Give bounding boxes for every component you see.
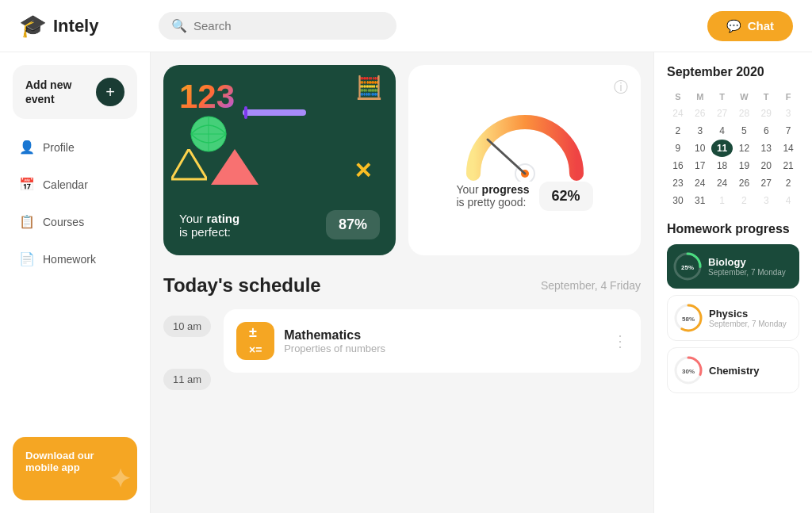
card-numbers-deco: 123 xyxy=(179,78,235,116)
cal-cell[interactable]: 3 xyxy=(755,192,777,209)
cal-cell-today[interactable]: 11 xyxy=(711,140,733,157)
cal-cell[interactable]: 27 xyxy=(755,174,777,192)
sidebar-item-courses-label: Courses xyxy=(43,216,84,228)
cal-day-w: W xyxy=(733,89,755,105)
cal-cell[interactable]: 18 xyxy=(711,157,733,174)
cal-cell[interactable]: 26 xyxy=(689,105,711,122)
add-event-button[interactable]: + xyxy=(96,78,124,106)
triangle2-deco xyxy=(171,149,207,184)
cal-cell[interactable]: 28 xyxy=(733,105,755,122)
cal-cell[interactable]: 12 xyxy=(733,140,755,157)
ruler-deco xyxy=(243,105,306,124)
rating-card: 123 🧮 xyxy=(163,65,396,255)
cal-week-4: 16 17 18 19 20 21 xyxy=(667,157,799,174)
math-event-icon: ±×= xyxy=(236,322,274,360)
plus-deco: ✕ xyxy=(354,158,372,184)
homework-icon: 📄 xyxy=(19,251,35,266)
search-bar[interactable]: 🔍 xyxy=(159,12,396,40)
speedometer-gauge xyxy=(462,110,588,182)
cal-cell[interactable]: 2 xyxy=(777,174,799,192)
cal-cell[interactable]: 27 xyxy=(711,105,733,122)
schedule-header: Today's schedule September, 4 Friday xyxy=(163,274,641,297)
svg-line-10 xyxy=(488,140,525,174)
sidebar-item-homework-label: Homework xyxy=(43,253,96,266)
hw-item-physics[interactable]: 58% Physics September, 7 Monday xyxy=(667,295,799,341)
cal-cell[interactable]: 2 xyxy=(733,192,755,209)
cal-cell[interactable]: 14 xyxy=(777,140,799,157)
cal-week-3: 9 10 11 12 13 14 xyxy=(667,140,799,157)
courses-icon: 📋 xyxy=(19,214,35,229)
svg-text:25%: 25% xyxy=(681,264,694,271)
sidebar-item-calendar[interactable]: 📅 Calendar xyxy=(13,169,137,200)
cal-cell[interactable]: 24 xyxy=(667,105,689,122)
chat-button[interactable]: 💬 Chat xyxy=(707,11,793,41)
download-app-card[interactable]: Download ourmobile app xyxy=(13,437,137,500)
cal-day-t1: T xyxy=(711,89,733,105)
logo-text: Intely xyxy=(53,16,98,36)
info-icon: ⓘ xyxy=(614,78,628,97)
cal-cell[interactable]: 16 xyxy=(667,157,689,174)
header: 🎓 Intely 🔍 💬 Chat xyxy=(0,0,812,52)
time-slot-10am: 10 am xyxy=(163,316,211,337)
cal-cell[interactable]: 6 xyxy=(755,122,777,140)
cal-day-s: S xyxy=(667,89,689,105)
schedule-title: Today's schedule xyxy=(163,274,321,297)
search-input[interactable] xyxy=(193,19,384,33)
event-card-math: ±×= Mathematics Properties of numbers ⋮ xyxy=(224,309,641,373)
profile-icon: 👤 xyxy=(19,140,35,155)
svg-rect-4 xyxy=(243,109,306,116)
cal-cell[interactable]: 13 xyxy=(755,140,777,157)
cal-cell[interactable]: 2 xyxy=(667,122,689,140)
cal-cell[interactable]: 5 xyxy=(733,122,755,140)
progress-text: Your progressis pretty good: xyxy=(456,183,529,209)
rating-badge: 87% xyxy=(326,210,380,239)
schedule-section: Today's schedule September, 4 Friday 10 … xyxy=(163,274,641,390)
cal-week-2: 2 3 4 5 6 7 xyxy=(667,122,799,140)
cal-cell[interactable]: 23 xyxy=(667,174,689,192)
content-area: 123 🧮 xyxy=(151,52,653,513)
cal-cell[interactable]: 20 xyxy=(755,157,777,174)
cal-cell[interactable]: 10 xyxy=(689,140,711,157)
cal-cell[interactable]: 19 xyxy=(733,157,755,174)
cal-cell[interactable]: 30 xyxy=(667,192,689,209)
cal-cell[interactable]: 1 xyxy=(711,192,733,209)
event-more-button[interactable]: ⋮ xyxy=(612,331,628,350)
cal-cell[interactable]: 31 xyxy=(689,192,711,209)
cal-cell[interactable]: 17 xyxy=(689,157,711,174)
search-icon: 🔍 xyxy=(171,18,187,33)
cal-cell[interactable]: 3 xyxy=(777,105,799,122)
sidebar-item-courses[interactable]: 📋 Courses xyxy=(13,206,137,237)
cal-cell[interactable]: 29 xyxy=(755,105,777,122)
cal-cell[interactable]: 26 xyxy=(733,174,755,192)
cal-cell[interactable]: 24 xyxy=(711,174,733,192)
hw-physics-date: September, 7 Monday xyxy=(709,320,792,328)
svg-text:30%: 30% xyxy=(682,368,695,375)
cal-day-m: M xyxy=(689,89,711,105)
cal-cell[interactable]: 4 xyxy=(711,122,733,140)
sidebar-item-profile[interactable]: 👤 Profile xyxy=(13,132,137,163)
hw-chemistry-name: Chemistry xyxy=(709,365,792,377)
events-column: ±×= Mathematics Properties of numbers ⋮ xyxy=(224,309,641,390)
hw-circle-chemistry: 30% xyxy=(674,356,703,385)
hw-item-biology[interactable]: 25% Biology September, 7 Monday xyxy=(667,244,799,289)
svg-marker-7 xyxy=(171,149,207,179)
calendar-icon: 📅 xyxy=(19,177,35,192)
svg-text:58%: 58% xyxy=(682,316,695,323)
cal-cell[interactable]: 3 xyxy=(689,122,711,140)
hw-item-chemistry[interactable]: 30% Chemistry xyxy=(667,347,799,393)
cal-cell[interactable]: 7 xyxy=(777,122,799,140)
event-name: Mathematics xyxy=(284,328,603,343)
cal-cell[interactable]: 9 xyxy=(667,140,689,157)
time-slot-11am: 11 am xyxy=(163,369,211,390)
sidebar-item-homework[interactable]: 📄 Homework xyxy=(13,243,137,274)
event-info: Mathematics Properties of numbers xyxy=(284,328,603,354)
cal-cell[interactable]: 4 xyxy=(777,192,799,209)
progress-info: Your progressis pretty good: 62% xyxy=(456,182,592,211)
cal-cell[interactable]: 24 xyxy=(689,174,711,192)
add-event-text: Add newevent xyxy=(25,78,71,106)
cal-day-f: F xyxy=(777,89,799,105)
cal-cell[interactable]: 21 xyxy=(777,157,799,174)
card-rating-text: Your ratingis perfect: xyxy=(179,212,239,239)
cal-week-5: 23 24 24 26 27 2 xyxy=(667,174,799,192)
hw-physics-info: Physics September, 7 Monday xyxy=(709,308,792,328)
